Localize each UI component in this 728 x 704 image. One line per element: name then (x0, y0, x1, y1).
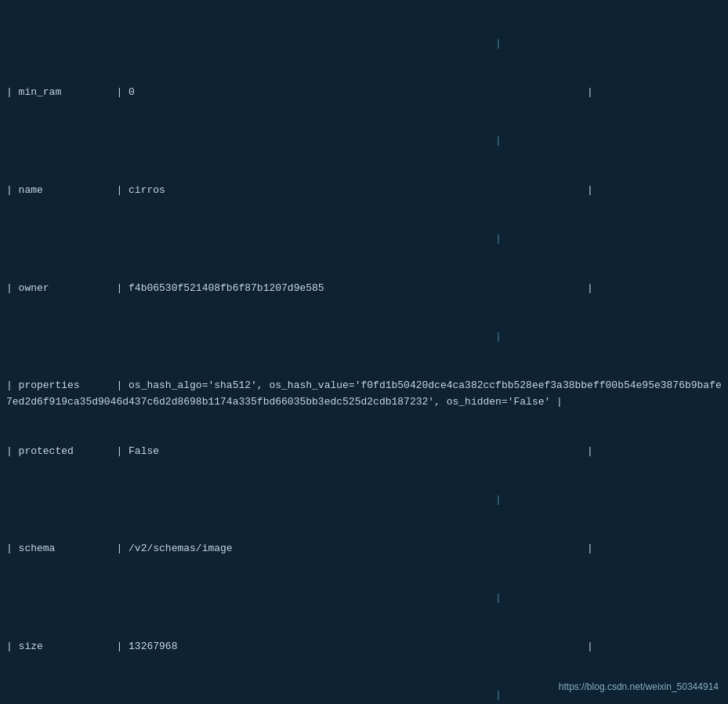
line-sep-2: | (6, 231, 722, 248)
line-owner: | owner | f4b06530f521408fb6f87b1207d9e5… (6, 281, 722, 297)
line-sep-1: | (6, 133, 722, 150)
watermark: https://blog.csdn.net/weixin_50344914 (559, 680, 719, 695)
terminal-window: | | min_ram | 0 | | | name (0, 3, 728, 704)
line-sep-3: | (6, 329, 722, 346)
line-sep-top: | (6, 36, 722, 53)
line-schema: | schema | /v2/schemas/image | (6, 541, 722, 557)
line-protected: | protected | False | (6, 444, 722, 460)
line-sep-4: | (6, 492, 722, 509)
line-size: | size | 13267968 | (6, 639, 722, 655)
line-name: | name | cirros | (6, 183, 722, 199)
line-sep-5: | (6, 590, 722, 607)
line-min-ram: | min_ram | 0 | (6, 85, 722, 101)
line-properties: | properties | os_hash_algo='sha512', os… (6, 378, 722, 411)
